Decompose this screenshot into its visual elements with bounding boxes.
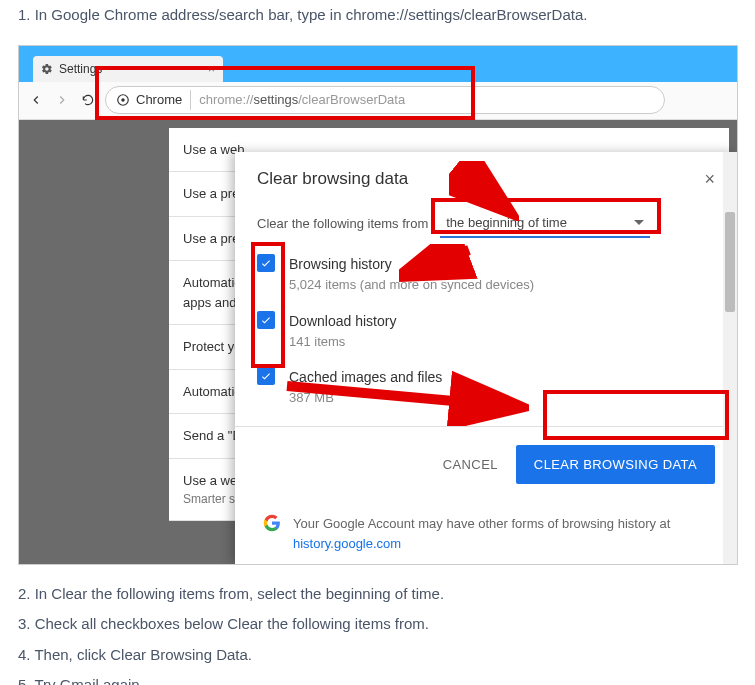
clear-browsing-data-dialog: Clear browsing data × Clear the followin…	[235, 152, 737, 564]
option-label: Download history	[289, 311, 396, 332]
time-range-select[interactable]: the beginning of time	[440, 209, 650, 239]
instruction-step-5: 5. Try Gmail again.	[0, 670, 755, 685]
scrollbar[interactable]	[723, 152, 737, 564]
google-logo-icon	[263, 514, 281, 553]
forward-button[interactable]	[53, 91, 71, 109]
omnibox-url: chrome://settings/clearBrowserData	[199, 90, 405, 110]
reload-button[interactable]	[79, 91, 97, 109]
gear-icon	[41, 63, 53, 75]
instruction-step-2: 2. In Clear the following items from, se…	[0, 579, 755, 610]
browser-screenshot: Settings × Chrome chrome://settings/clea…	[18, 45, 738, 565]
time-range-value: the beginning of time	[446, 213, 567, 233]
svg-point-1	[121, 98, 125, 102]
address-bar[interactable]: Chrome chrome://settings/clearBrowserDat…	[105, 86, 665, 114]
option-sub: 387 MB	[289, 388, 442, 408]
back-button[interactable]	[27, 91, 45, 109]
checkbox-checked-icon[interactable]	[257, 254, 275, 272]
option-label: Browsing history	[289, 254, 534, 275]
close-tab-icon[interactable]: ×	[208, 60, 215, 78]
option-download-history[interactable]: Download history 141 items	[235, 303, 737, 360]
checkbox-checked-icon[interactable]	[257, 311, 275, 329]
dialog-close-icon[interactable]: ×	[704, 166, 715, 193]
option-cached-files[interactable]: Cached images and files 387 MB	[235, 359, 737, 416]
instruction-step-1: 1. In Google Chrome address/search bar, …	[0, 0, 755, 31]
dialog-title: Clear browsing data	[257, 166, 408, 192]
scroll-thumb[interactable]	[725, 212, 735, 312]
option-label: Cached images and files	[289, 367, 442, 388]
clear-browsing-data-button[interactable]: CLEAR BROWSING DATA	[516, 445, 715, 485]
checkbox-checked-icon[interactable]	[257, 367, 275, 385]
option-browsing-history[interactable]: Browsing history 5,024 items (and more o…	[235, 246, 737, 303]
instruction-step-3: 3. Check all checkboxes below Clear the …	[0, 609, 755, 640]
browser-tab[interactable]: Settings ×	[33, 56, 223, 82]
chevron-down-icon	[634, 220, 644, 225]
option-sub: 5,024 items (and more on synced devices)	[289, 275, 534, 295]
instruction-step-4: 4. Then, click Clear Browsing Data.	[0, 640, 755, 671]
history-link[interactable]: history.google.com	[293, 536, 401, 551]
chrome-icon	[116, 93, 130, 107]
time-range-label: Clear the following items from	[257, 214, 428, 234]
cancel-button[interactable]: CANCEL	[443, 455, 498, 475]
omnibox-chip-text: Chrome	[136, 90, 182, 110]
browser-toolbar: Chrome chrome://settings/clearBrowserDat…	[19, 82, 737, 120]
tab-strip: Settings ×	[19, 46, 737, 82]
tab-title: Settings	[59, 60, 102, 78]
dialog-info-account: Your Google Account may have other forms…	[293, 514, 709, 553]
option-sub: 141 items	[289, 332, 396, 352]
